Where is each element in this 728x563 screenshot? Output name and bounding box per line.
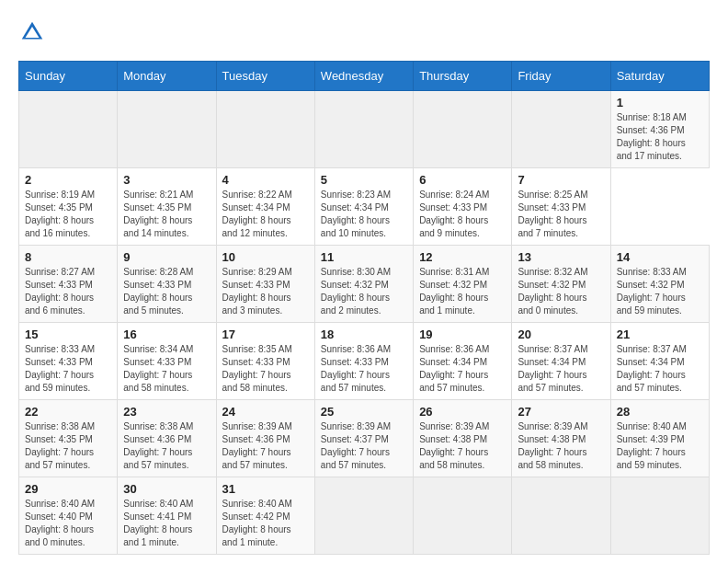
calendar-cell: 29Sunrise: 8:40 AMSunset: 4:40 PMDayligh…	[19, 477, 118, 555]
day-info: Sunrise: 8:31 AMSunset: 4:32 PMDaylight:…	[419, 266, 506, 317]
day-info: Sunrise: 8:37 AMSunset: 4:34 PMDaylight:…	[617, 343, 703, 395]
day-number: 18	[321, 327, 407, 341]
day-number: 30	[123, 482, 210, 496]
day-number: 19	[419, 327, 506, 341]
day-number: 3	[123, 173, 210, 187]
day-number: 23	[123, 405, 210, 419]
calendar-cell	[216, 91, 314, 168]
day-info: Sunrise: 8:38 AMSunset: 4:35 PMDaylight:…	[25, 420, 111, 472]
calendar-cell: 26Sunrise: 8:39 AMSunset: 4:38 PMDayligh…	[414, 400, 512, 477]
calendar-cell: 4Sunrise: 8:22 AMSunset: 4:34 PMDaylight…	[216, 168, 314, 246]
calendar-week-4: 15Sunrise: 8:33 AMSunset: 4:33 PMDayligh…	[19, 323, 710, 400]
days-of-week-row: SundayMondayTuesdayWednesdayThursdayFrid…	[19, 62, 710, 91]
calendar-week-5: 22Sunrise: 8:38 AMSunset: 4:35 PMDayligh…	[19, 400, 710, 477]
day-number: 8	[25, 250, 111, 264]
day-of-week-saturday: Saturday	[610, 62, 709, 91]
day-number: 20	[518, 327, 604, 341]
day-info: Sunrise: 8:38 AMSunset: 4:36 PMDaylight:…	[123, 420, 210, 472]
calendar-cell: 21Sunrise: 8:37 AMSunset: 4:34 PMDayligh…	[610, 323, 709, 400]
day-number: 16	[123, 327, 210, 341]
day-info: Sunrise: 8:21 AMSunset: 4:35 PMDaylight:…	[123, 189, 210, 240]
day-info: Sunrise: 8:37 AMSunset: 4:34 PMDaylight:…	[518, 343, 604, 395]
day-info: Sunrise: 8:39 AMSunset: 4:36 PMDaylight:…	[222, 420, 309, 472]
day-info: Sunrise: 8:33 AMSunset: 4:33 PMDaylight:…	[25, 343, 111, 395]
calendar-cell: 6Sunrise: 8:24 AMSunset: 4:33 PMDaylight…	[414, 168, 512, 246]
calendar-cell: 20Sunrise: 8:37 AMSunset: 4:34 PMDayligh…	[512, 323, 610, 400]
calendar-cell	[118, 91, 216, 168]
calendar-cell: 25Sunrise: 8:39 AMSunset: 4:37 PMDayligh…	[314, 400, 413, 477]
day-info: Sunrise: 8:40 AMSunset: 4:42 PMDaylight:…	[222, 498, 309, 549]
day-info: Sunrise: 8:36 AMSunset: 4:34 PMDaylight:…	[419, 343, 506, 395]
day-number: 13	[518, 250, 604, 264]
calendar-cell: 24Sunrise: 8:39 AMSunset: 4:36 PMDayligh…	[216, 400, 314, 477]
calendar-week-6: 29Sunrise: 8:40 AMSunset: 4:40 PMDayligh…	[19, 477, 710, 555]
calendar-cell: 5Sunrise: 8:23 AMSunset: 4:34 PMDaylight…	[314, 168, 413, 246]
day-number: 10	[222, 250, 309, 264]
calendar-cell: 14Sunrise: 8:33 AMSunset: 4:32 PMDayligh…	[610, 246, 709, 323]
calendar-cell: 28Sunrise: 8:40 AMSunset: 4:39 PMDayligh…	[610, 400, 709, 477]
calendar-cell: 16Sunrise: 8:34 AMSunset: 4:33 PMDayligh…	[118, 323, 216, 400]
day-number: 24	[222, 405, 309, 419]
day-of-week-thursday: Thursday	[414, 62, 512, 91]
calendar-table: SundayMondayTuesdayWednesdayThursdayFrid…	[18, 61, 710, 555]
day-info: Sunrise: 8:36 AMSunset: 4:33 PMDaylight:…	[321, 343, 407, 395]
day-of-week-wednesday: Wednesday	[314, 62, 413, 91]
calendar-cell: 8Sunrise: 8:27 AMSunset: 4:33 PMDaylight…	[19, 246, 118, 323]
calendar-cell: 31Sunrise: 8:40 AMSunset: 4:42 PMDayligh…	[216, 477, 314, 555]
day-info: Sunrise: 8:32 AMSunset: 4:32 PMDaylight:…	[518, 266, 604, 317]
calendar-cell	[314, 477, 413, 555]
page-header	[18, 18, 710, 46]
calendar-cell: 7Sunrise: 8:25 AMSunset: 4:33 PMDaylight…	[512, 168, 610, 246]
calendar-cell	[19, 91, 118, 168]
calendar-cell	[414, 91, 512, 168]
logo	[18, 18, 50, 46]
calendar-cell	[512, 477, 610, 555]
day-number: 2	[25, 173, 111, 187]
calendar-cell: 23Sunrise: 8:38 AMSunset: 4:36 PMDayligh…	[118, 400, 216, 477]
day-info: Sunrise: 8:19 AMSunset: 4:35 PMDaylight:…	[25, 189, 111, 240]
calendar-cell: 13Sunrise: 8:32 AMSunset: 4:32 PMDayligh…	[512, 246, 610, 323]
day-of-week-tuesday: Tuesday	[216, 62, 314, 91]
day-info: Sunrise: 8:40 AMSunset: 4:40 PMDaylight:…	[25, 498, 111, 549]
calendar-cell	[414, 477, 512, 555]
calendar-cell	[314, 91, 413, 168]
day-info: Sunrise: 8:27 AMSunset: 4:33 PMDaylight:…	[25, 266, 111, 317]
day-info: Sunrise: 8:28 AMSunset: 4:33 PMDaylight:…	[123, 266, 210, 317]
calendar-header: SundayMondayTuesdayWednesdayThursdayFrid…	[19, 62, 710, 91]
calendar-cell: 27Sunrise: 8:39 AMSunset: 4:38 PMDayligh…	[512, 400, 610, 477]
day-number: 27	[518, 405, 604, 419]
day-info: Sunrise: 8:25 AMSunset: 4:33 PMDaylight:…	[518, 189, 604, 240]
day-number: 25	[321, 405, 407, 419]
day-number: 5	[321, 173, 407, 187]
day-info: Sunrise: 8:29 AMSunset: 4:33 PMDaylight:…	[222, 266, 309, 317]
calendar-week-1: 1Sunrise: 8:18 AMSunset: 4:36 PMDaylight…	[19, 91, 710, 168]
calendar-cell: 2Sunrise: 8:19 AMSunset: 4:35 PMDaylight…	[19, 168, 118, 246]
day-info: Sunrise: 8:24 AMSunset: 4:33 PMDaylight:…	[419, 189, 506, 240]
day-number: 17	[222, 327, 309, 341]
day-number: 26	[419, 405, 506, 419]
day-info: Sunrise: 8:34 AMSunset: 4:33 PMDaylight:…	[123, 343, 210, 395]
day-info: Sunrise: 8:23 AMSunset: 4:34 PMDaylight:…	[321, 189, 407, 240]
day-number: 6	[419, 173, 506, 187]
calendar-cell: 3Sunrise: 8:21 AMSunset: 4:35 PMDaylight…	[118, 168, 216, 246]
calendar-cell: 10Sunrise: 8:29 AMSunset: 4:33 PMDayligh…	[216, 246, 314, 323]
day-of-week-monday: Monday	[118, 62, 216, 91]
calendar-cell: 30Sunrise: 8:40 AMSunset: 4:41 PMDayligh…	[118, 477, 216, 555]
day-number: 29	[25, 482, 111, 496]
day-number: 15	[25, 327, 111, 341]
day-info: Sunrise: 8:40 AMSunset: 4:41 PMDaylight:…	[123, 498, 210, 549]
calendar-cell	[610, 477, 709, 555]
calendar-cell: 19Sunrise: 8:36 AMSunset: 4:34 PMDayligh…	[414, 323, 512, 400]
calendar-cell	[512, 91, 610, 168]
day-number: 28	[617, 405, 703, 419]
calendar-cell: 9Sunrise: 8:28 AMSunset: 4:33 PMDaylight…	[118, 246, 216, 323]
day-number: 4	[222, 173, 309, 187]
calendar-body: 1Sunrise: 8:18 AMSunset: 4:36 PMDaylight…	[19, 91, 710, 555]
calendar-cell: 18Sunrise: 8:36 AMSunset: 4:33 PMDayligh…	[314, 323, 413, 400]
day-info: Sunrise: 8:33 AMSunset: 4:32 PMDaylight:…	[617, 266, 703, 317]
day-info: Sunrise: 8:40 AMSunset: 4:39 PMDaylight:…	[617, 420, 703, 472]
day-number: 7	[518, 173, 604, 187]
day-number: 12	[419, 250, 506, 264]
day-number: 21	[617, 327, 703, 341]
day-info: Sunrise: 8:39 AMSunset: 4:38 PMDaylight:…	[419, 420, 506, 472]
